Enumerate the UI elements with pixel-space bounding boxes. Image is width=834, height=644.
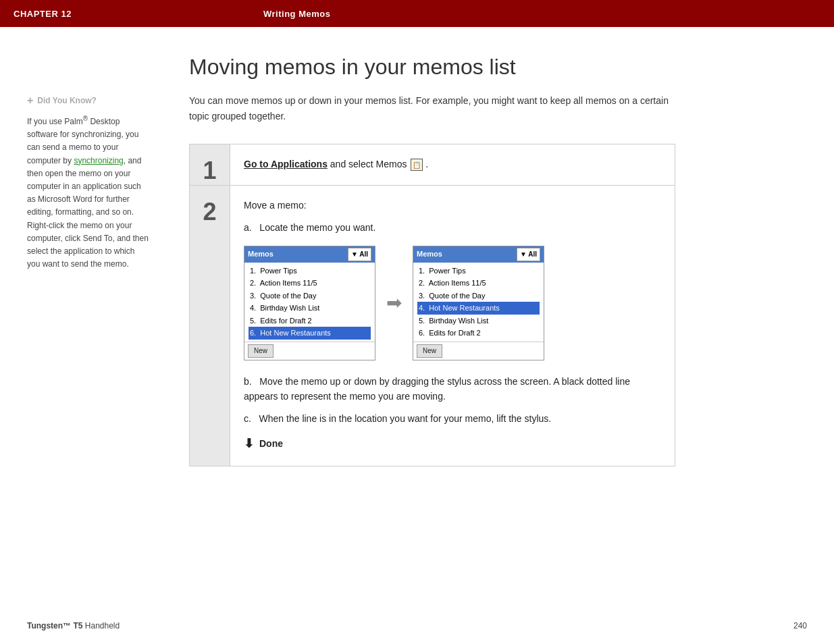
intro-text: You can move memos up or down in your me… bbox=[189, 93, 675, 124]
step-1-text-after: and select Memos bbox=[330, 159, 410, 169]
footer-brand: Tungsten™ T5 Handheld bbox=[27, 621, 120, 630]
sub-c-label: c. bbox=[244, 413, 251, 424]
memo-window-before: Memos ▼ All 1. Power Tips 2. Action Item… bbox=[244, 246, 375, 360]
memo-window-before-footer: New bbox=[244, 342, 375, 360]
main-content: Moving memos in your memos list You can … bbox=[162, 54, 807, 466]
memo-window-before-title: Memos bbox=[248, 248, 273, 261]
did-you-know-label: Did You Know? bbox=[37, 96, 97, 105]
list-item-selected[interactable]: 4. Hot New Restaurants bbox=[417, 302, 540, 315]
step-2: 2 Move a memo: a. Locate the memo you wa… bbox=[190, 186, 675, 466]
memo-list-after: 1. Power Tips 2. Action Items 11/5 3. Qu… bbox=[413, 263, 544, 342]
sidebar-body: If you use Palm® Desktop software for sy… bbox=[27, 113, 149, 271]
list-item: 2. Action Items 11/5 bbox=[249, 277, 371, 290]
page-content: + Did You Know? If you use Palm® Desktop… bbox=[0, 27, 834, 493]
sub-b-label: b. bbox=[244, 376, 252, 387]
sub-c: c. When the line is in the location you … bbox=[244, 411, 661, 426]
did-you-know-header: + Did You Know? bbox=[27, 95, 149, 107]
go-to-applications-link[interactable]: Go to Applications bbox=[244, 159, 328, 169]
sub-a-label: a. bbox=[244, 222, 252, 233]
step-1-content: Go to Applications and select Memos 📋 . bbox=[230, 144, 675, 185]
memo-window-after: Memos ▼ All 1. Power Tips 2. Action Item… bbox=[413, 246, 544, 360]
step-1-number: 1 bbox=[190, 144, 230, 185]
done-arrow-icon: ⬇ bbox=[244, 434, 254, 454]
new-button-after[interactable]: New bbox=[417, 344, 442, 358]
sub-b-text: Move the memo up or down by dragging the… bbox=[244, 376, 630, 402]
done-row: ⬇ Done bbox=[244, 434, 661, 454]
footer-brand-suffix: Handheld bbox=[82, 621, 120, 630]
done-label: Done bbox=[259, 436, 283, 451]
list-item: 4. Birthday Wish List bbox=[249, 302, 371, 315]
sub-a-text: Locate the memo you want. bbox=[259, 222, 375, 233]
arrow-right-icon: ➡ bbox=[386, 288, 402, 319]
footer-page-number: 240 bbox=[793, 621, 807, 630]
memo-window-before-dropdown[interactable]: ▼ All bbox=[348, 248, 371, 261]
list-item: 6. Edits for Draft 2 bbox=[417, 327, 540, 340]
list-item: 2. Action Items 11/5 bbox=[417, 277, 540, 290]
list-item: 3. Quote of the Day bbox=[417, 290, 540, 302]
step-1: 1 Go to Applications and select Memos 📋 … bbox=[190, 144, 675, 186]
list-item: 1. Power Tips bbox=[249, 265, 371, 277]
sub-a: a. Locate the memo you want. bbox=[244, 220, 661, 235]
memo-window-after-title: Memos bbox=[417, 248, 442, 261]
move-label: Move a memo: bbox=[244, 198, 661, 213]
list-item: 5. Edits for Draft 2 bbox=[249, 315, 371, 327]
plus-icon: + bbox=[27, 95, 33, 107]
step-1-period: . bbox=[425, 159, 428, 169]
footer-brand-name: Tungsten™ T5 bbox=[27, 621, 82, 630]
memo-window-before-header: Memos ▼ All bbox=[244, 246, 375, 263]
list-item: 1. Power Tips bbox=[417, 265, 540, 277]
memo-window-after-header: Memos ▼ All bbox=[413, 246, 544, 263]
step-2-content: Move a memo: a. Locate the memo you want… bbox=[230, 186, 675, 466]
step-2-number: 2 bbox=[190, 186, 230, 466]
sidebar: + Did You Know? If you use Palm® Desktop… bbox=[27, 54, 162, 466]
memos-icon: 📋 bbox=[411, 159, 423, 171]
steps-container: 1 Go to Applications and select Memos 📋 … bbox=[189, 144, 675, 466]
memo-screenshots: Memos ▼ All 1. Power Tips 2. Action Item… bbox=[244, 246, 661, 360]
sub-c-text: When the line is in the location you wan… bbox=[259, 413, 552, 424]
list-item-selected[interactable]: 6. Hot New Restaurants bbox=[249, 327, 371, 340]
memo-window-after-footer: New bbox=[413, 342, 544, 360]
registered-mark: ® bbox=[83, 115, 88, 122]
header-bar: CHAPTER 12 Writing Memos bbox=[0, 0, 834, 27]
memo-list-before: 1. Power Tips 2. Action Items 11/5 3. Qu… bbox=[244, 263, 375, 342]
list-item: 5. Birthday Wish List bbox=[417, 315, 540, 327]
synchronizing-link[interactable]: synchronizing bbox=[74, 156, 123, 165]
chapter-label: CHAPTER 12 bbox=[14, 9, 263, 19]
new-button-before[interactable]: New bbox=[248, 344, 273, 358]
list-item: 3. Quote of the Day bbox=[249, 290, 371, 302]
page-heading: Moving memos in your memos list bbox=[189, 54, 807, 80]
page-footer: Tungsten™ T5 Handheld 240 bbox=[0, 621, 834, 630]
memo-window-after-dropdown[interactable]: ▼ All bbox=[517, 248, 540, 261]
sub-b: b. Move the memo up or down by dragging … bbox=[244, 374, 661, 404]
header-title: Writing Memos bbox=[263, 9, 330, 19]
